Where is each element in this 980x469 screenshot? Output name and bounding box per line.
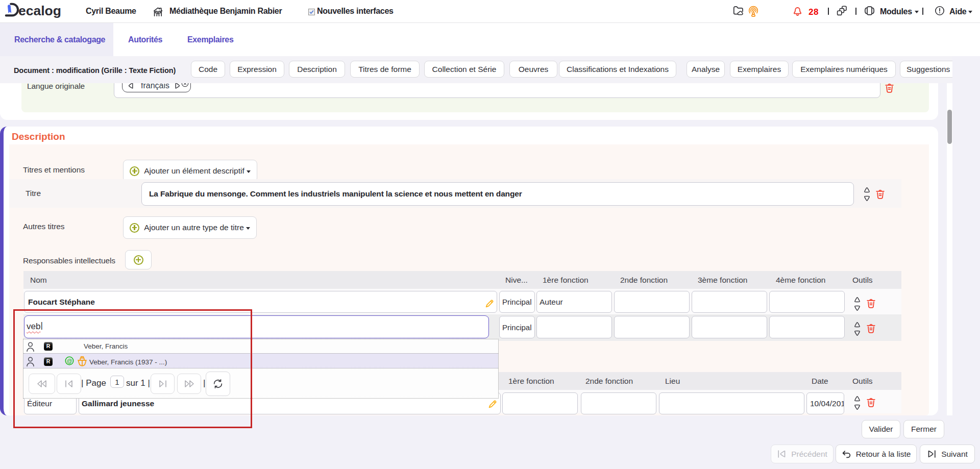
svg-text:ecalog: ecalog (18, 3, 61, 18)
